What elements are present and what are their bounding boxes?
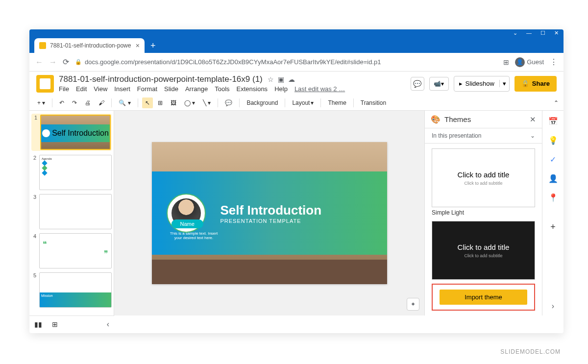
filmstrip-footer: ▮▮ ⊞ ‹ bbox=[29, 315, 114, 332]
slides-favicon-icon bbox=[39, 42, 46, 49]
lock-icon: 🔒 bbox=[521, 80, 529, 87]
redo-icon[interactable]: ↷ bbox=[69, 97, 80, 108]
slide-heading: Self Introduction bbox=[220, 203, 322, 218]
comment-icon[interactable]: 💬 bbox=[222, 97, 235, 108]
themes-section-toggle[interactable]: In this presentation ⌄ bbox=[425, 128, 542, 144]
import-theme-button[interactable]: Import theme bbox=[440, 290, 527, 305]
maximize-icon[interactable]: ☐ bbox=[540, 30, 545, 36]
menu-format[interactable]: Format bbox=[137, 85, 157, 93]
keep-icon[interactable]: 💡 bbox=[548, 136, 558, 145]
move-icon[interactable]: ▣ bbox=[278, 75, 284, 83]
calendar-icon[interactable]: 📅 bbox=[548, 117, 558, 126]
tasks-icon[interactable]: ✓ bbox=[550, 155, 556, 164]
print-icon[interactable]: 🖨 bbox=[82, 97, 94, 108]
browser-tab-strip: 7881-01-self-introduction-powe × + bbox=[29, 36, 564, 53]
slide-thumb-2[interactable]: 2 Agenda bbox=[31, 155, 112, 190]
browser-tab[interactable]: 7881-01-self-introduction-powe × bbox=[34, 38, 145, 53]
filmstrip-view-icon[interactable]: ▮▮ bbox=[34, 320, 42, 328]
menu-extensions[interactable]: Extensions bbox=[237, 85, 268, 93]
slide-thumb-3[interactable]: 3 Placeholder bbox=[31, 194, 112, 229]
nav-back-icon[interactable]: ← bbox=[35, 58, 43, 67]
grid-view-icon[interactable]: ⊞ bbox=[52, 320, 58, 328]
browser-menu-icon[interactable]: ⋮ bbox=[550, 57, 558, 67]
avatar-icon: 👤 bbox=[515, 57, 525, 67]
chevron-down-icon: ⌄ bbox=[530, 132, 535, 139]
play-icon: ▸ bbox=[459, 80, 463, 87]
addons-icon[interactable]: + bbox=[550, 222, 556, 232]
slide-thumb-1[interactable]: 1 Self Introduction bbox=[31, 114, 112, 151]
slide-thumb-5[interactable]: 5 Mission bbox=[31, 272, 112, 308]
contacts-icon[interactable]: 👤 bbox=[548, 174, 558, 183]
slides-logo-icon[interactable] bbox=[36, 75, 54, 93]
theme-button[interactable]: Theme bbox=[325, 97, 349, 108]
tab-close-icon[interactable]: × bbox=[136, 42, 140, 49]
slide-thumb-4[interactable]: 4 A"Quote"❝❞ bbox=[31, 233, 112, 268]
last-edit-link[interactable]: Last edit was 2 … bbox=[294, 85, 345, 93]
menu-bar: File Edit View Insert Format Slide Arran… bbox=[59, 85, 406, 93]
watermark: SLIDEMODEL.COM bbox=[500, 348, 561, 355]
tab-title: 7881-01-self-introduction-powe bbox=[50, 42, 132, 49]
image-icon[interactable]: 🖼 bbox=[168, 97, 179, 108]
nav-forward-icon[interactable]: → bbox=[49, 58, 57, 67]
theme-card-dark[interactable]: Click to add title Click to add subtitle… bbox=[432, 221, 535, 282]
new-slide-button[interactable]: + ▾ bbox=[34, 97, 48, 108]
menu-view[interactable]: View bbox=[94, 85, 107, 93]
menu-slide[interactable]: Slide bbox=[164, 85, 178, 93]
slide-subheading: PRESENTATION TEMPLATE bbox=[220, 218, 322, 224]
url-field[interactable]: 🔒 docs.google.com/presentation/d/1D9CiL0… bbox=[75, 58, 497, 66]
current-slide[interactable]: Self Introduction PRESENTATION TEMPLATE … bbox=[152, 142, 387, 284]
minimize-icon[interactable]: — bbox=[526, 30, 532, 36]
line-icon[interactable]: ╲ ▾ bbox=[200, 97, 214, 108]
chevron-left-icon[interactable]: ‹ bbox=[107, 320, 109, 329]
palette-icon: 🎨 bbox=[431, 115, 441, 124]
menu-arrange[interactable]: Arrange bbox=[185, 85, 208, 93]
close-panel-icon[interactable]: ✕ bbox=[530, 115, 536, 124]
share-button[interactable]: 🔒 Share bbox=[514, 76, 557, 92]
document-title[interactable]: 7881-01-self-introduction-powerpoint-tem… bbox=[59, 74, 263, 84]
name-badge: Name bbox=[172, 219, 203, 228]
collapse-sidebar-icon[interactable]: › bbox=[552, 302, 554, 311]
comments-icon[interactable]: 💬 bbox=[411, 77, 424, 91]
close-window-icon[interactable]: ✕ bbox=[554, 30, 559, 36]
star-icon[interactable]: ☆ bbox=[268, 75, 274, 83]
maps-icon[interactable]: 📍 bbox=[548, 193, 558, 202]
shape-icon[interactable]: ◯ ▾ bbox=[181, 97, 198, 108]
window-titlebar: ⌄ — ☐ ✕ bbox=[29, 29, 564, 36]
slideshow-button[interactable]: ▸Slideshow ▾ bbox=[454, 76, 510, 92]
theme-card-light[interactable]: Click to add title Click to add subtitle… bbox=[432, 148, 535, 216]
url-text: docs.google.com/presentation/d/1D9CiL08o… bbox=[85, 58, 381, 66]
explore-icon[interactable]: ✦ bbox=[407, 298, 419, 311]
lock-icon: 🔒 bbox=[75, 59, 82, 65]
app-header: 7881-01-self-introduction-powerpoint-tem… bbox=[29, 72, 564, 96]
filmstrip[interactable]: 1 Self Introduction 2 Agenda 3 Placehold… bbox=[29, 111, 114, 315]
themes-title: Themes bbox=[444, 115, 471, 123]
menu-help[interactable]: Help bbox=[274, 85, 288, 93]
cloud-icon[interactable]: ☁ bbox=[288, 75, 295, 83]
right-sidebar: 📅 💡 ✓ 👤 📍 + › bbox=[542, 111, 564, 315]
meet-button[interactable]: 📹▾ bbox=[429, 77, 449, 91]
slide-canvas[interactable]: Self Introduction PRESENTATION TEMPLATE … bbox=[114, 111, 424, 315]
undo-icon[interactable]: ↶ bbox=[56, 97, 67, 108]
toolbar: + ▾ ↶ ↷ 🖨 🖌 🔍 ▾ ↖ ⊞ 🖼 ◯ ▾ ╲ ▾ 💬 Backgrou… bbox=[29, 96, 564, 111]
menu-file[interactable]: File bbox=[59, 85, 69, 93]
reload-icon[interactable]: ⟳ bbox=[63, 57, 69, 67]
themes-panel: 🎨 Themes ✕ In this presentation ⌄ Click … bbox=[424, 111, 542, 315]
install-icon[interactable]: ⊞ bbox=[503, 58, 509, 66]
zoom-button[interactable]: 🔍 ▾ bbox=[116, 97, 133, 108]
collapse-toolbar-icon[interactable]: ⌃ bbox=[554, 99, 559, 106]
profile-button[interactable]: 👤 Guest bbox=[515, 57, 544, 67]
new-tab-button[interactable]: + bbox=[145, 38, 162, 53]
caret-down-icon[interactable]: ⌄ bbox=[513, 30, 517, 36]
paint-format-icon[interactable]: 🖌 bbox=[96, 97, 107, 108]
menu-edit[interactable]: Edit bbox=[76, 85, 87, 93]
layout-button[interactable]: Layout ▾ bbox=[289, 97, 317, 108]
select-tool-icon[interactable]: ↖ bbox=[142, 97, 153, 108]
sample-text: This is a sample text. Insert your desir… bbox=[170, 231, 219, 240]
menu-insert[interactable]: Insert bbox=[114, 85, 130, 93]
address-bar: ← → ⟳ 🔒 docs.google.com/presentation/d/1… bbox=[29, 53, 564, 72]
menu-tools[interactable]: Tools bbox=[215, 85, 229, 93]
slideshow-dropdown-icon[interactable]: ▾ bbox=[499, 80, 509, 87]
background-button[interactable]: Background bbox=[244, 97, 281, 108]
textbox-icon[interactable]: ⊞ bbox=[155, 97, 166, 108]
transition-button[interactable]: Transition bbox=[358, 97, 389, 108]
